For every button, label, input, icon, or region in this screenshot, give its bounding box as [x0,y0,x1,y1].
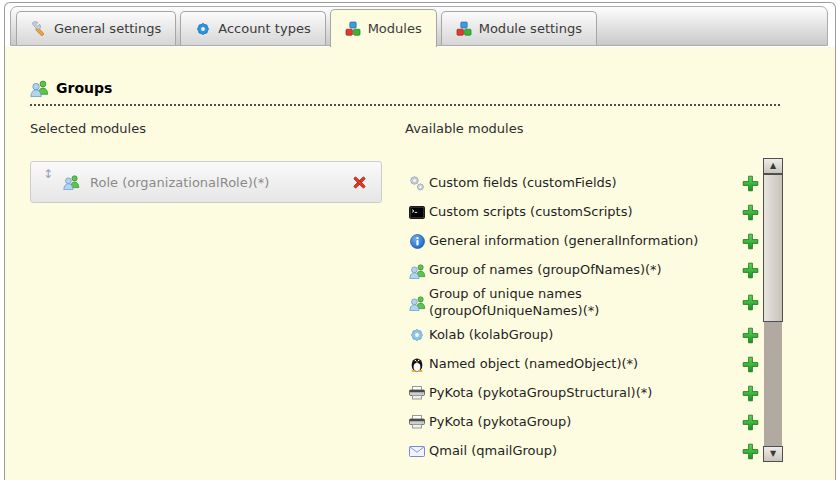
available-module-label: Custom scripts (customScripts) [429,204,729,221]
tab-general-settings[interactable]: General settings [16,11,176,45]
info-icon [405,234,429,249]
penguin-icon [405,356,429,372]
modules-panel: Groups Selected modules ↕Role (organizat… [5,47,835,480]
available-module-row: Kolab (kolabGroup) [405,322,762,349]
content-frame: General settingsAccount typesModulesModu… [4,2,836,480]
available-module-row: PyKota (pykotaGroupStructural)(*) [405,380,762,407]
available-module-label: Group of names (groupOfNames)(*) [429,262,729,279]
add-plus-icon [738,204,762,221]
delete-x-icon [352,175,367,190]
scrollbar-track[interactable] [764,174,782,446]
available-module-row: PyKota (pykotaGroup) [405,409,762,436]
add-plus-icon [738,233,762,250]
remove-module-button[interactable] [352,175,367,190]
add-module-button[interactable] [738,414,762,431]
available-module-row: Custom scripts (customScripts) [405,199,762,226]
add-module-button[interactable] [738,443,762,460]
add-module-button[interactable] [738,233,762,250]
add-module-button[interactable] [738,175,762,192]
wrench-icon [31,21,47,37]
add-plus-icon [738,414,762,431]
add-plus-icon [738,327,762,344]
add-module-button[interactable] [738,262,762,279]
module-settings-cubes-icon [456,21,472,37]
terminal-icon [405,206,429,219]
add-plus-icon [738,443,762,460]
printer-icon [405,415,429,429]
available-module-label: Custom fields (customFields) [429,175,729,192]
add-plus-icon [738,175,762,192]
available-module-row: General information (generalInformation) [405,228,762,255]
add-plus-icon [738,385,762,402]
available-module-label: PyKota (pykotaGroupStructural)(*) [429,385,729,402]
available-modules-scrollbar[interactable]: ▲ ▼ [763,158,783,462]
available-module-row: Group of names (groupOfNames)(*) [405,257,762,284]
custom-fields-icon [405,176,429,192]
available-module-label: Group of unique names (groupOfUniqueName… [429,286,729,320]
add-module-button[interactable] [738,204,762,221]
selected-module-row: ↕Role (organizationalRole)(*) [30,161,382,203]
available-module-row: Group of unique names (groupOfUniqueName… [405,286,762,320]
add-module-button[interactable] [738,385,762,402]
kolab-gear-icon [405,327,429,343]
available-module-label: Named object (namedObject)(*) [429,356,729,373]
available-module-row: Named object (namedObject)(*) [405,351,762,378]
arrow-down-icon: ▼ [770,450,776,458]
scrollbar-up-button[interactable]: ▲ [763,158,783,174]
selected-modules-header: Selected modules [30,121,382,136]
add-module-button[interactable] [738,327,762,344]
add-module-button[interactable] [738,356,762,373]
available-module-label: Kolab (kolabGroup) [429,327,729,344]
printer-icon [405,386,429,400]
account-types-gear-icon [195,21,211,37]
selected-modules-column: Selected modules ↕Role (organizationalRo… [30,121,382,203]
tab-account-types[interactable]: Account types [180,11,325,45]
scrollbar-thumb[interactable] [763,174,783,322]
available-modules-column: Available modules Custom fields (customF… [405,121,762,467]
scrollbar-down-button[interactable]: ▼ [763,446,783,462]
add-module-button[interactable] [738,294,762,311]
modules-cubes-icon [345,21,361,37]
drag-handle-icon[interactable]: ↕ [43,168,53,180]
arrow-up-icon: ▲ [770,162,776,170]
tab-bar: General settingsAccount typesModulesModu… [10,6,828,46]
group-icon [405,263,429,279]
add-plus-icon [738,294,762,311]
dotted-divider [30,104,780,106]
available-module-label: General information (generalInformation) [429,233,729,250]
group-icon [405,295,429,311]
selected-module-label: Role (organizationalRole)(*) [90,175,269,190]
tab-label: Module settings [479,21,582,36]
selected-modules-list: ↕Role (organizationalRole)(*) [30,161,382,203]
tab-label: Account types [218,21,310,36]
groups-icon [30,79,49,97]
add-plus-icon [738,262,762,279]
tab-label: Modules [368,21,422,36]
available-modules-header: Available modules [405,121,762,136]
tab-module-settings[interactable]: Module settings [441,11,597,45]
group-icon [63,174,80,190]
add-plus-icon [738,356,762,373]
tab-label: General settings [54,21,161,36]
section-title: Groups [56,80,112,96]
available-module-label: Qmail (qmailGroup) [429,443,729,460]
section-header: Groups [30,79,112,97]
envelope-icon [405,446,429,457]
available-module-row: Qmail (qmailGroup) [405,438,762,465]
available-module-row: Custom fields (customFields) [405,170,762,197]
available-module-label: PyKota (pykotaGroup) [429,414,729,431]
tab-modules[interactable]: Modules [330,9,437,47]
available-modules-list: Custom fields (customFields)Custom scrip… [405,170,762,465]
